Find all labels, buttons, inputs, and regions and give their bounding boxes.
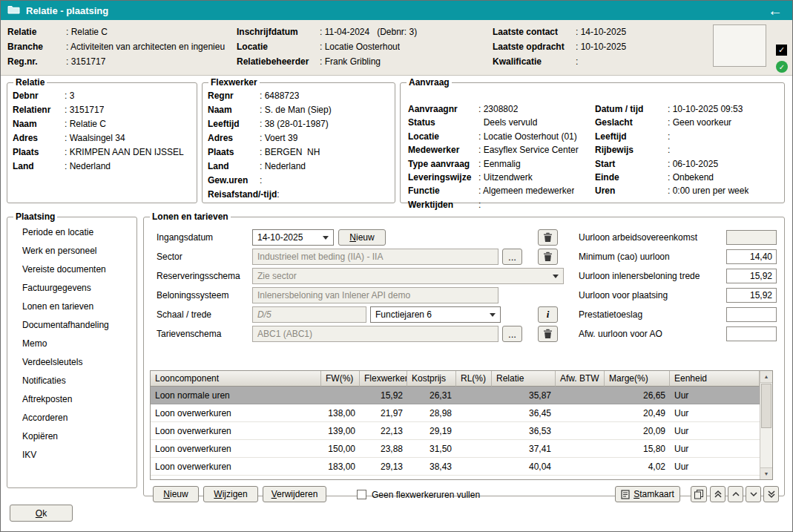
sidebar-item-verdeelsleutels[interactable]: Verdeelsleutels bbox=[13, 353, 131, 372]
back-arrow-icon[interactable]: ← bbox=[765, 3, 786, 18]
scroll-up-button[interactable] bbox=[728, 486, 743, 502]
field-row: Branche: Activiteiten van architecten en… bbox=[7, 39, 231, 54]
field-row: Datum / tijd: 10-10-2025 09:53 bbox=[595, 102, 748, 116]
trash-icon bbox=[543, 329, 553, 339]
field-row: Functie: Algemeen medewerker bbox=[408, 184, 579, 197]
table-cell: 23,88 bbox=[360, 440, 407, 457]
delete-tarievenschema-button[interactable] bbox=[538, 326, 558, 342]
trash-icon bbox=[543, 232, 553, 243]
tarievenschema-browse-button[interactable]: ... bbox=[502, 326, 522, 342]
table-row[interactable]: Loon overwerkuren 150,00 23,88 31,50 37,… bbox=[151, 440, 760, 458]
titlebar: Relatie - plaatsing ← bbox=[1, 1, 792, 20]
table-scrollbar[interactable]: ▲ ▼ bbox=[760, 371, 772, 479]
tarievenschema-value: ABC1 (ABC1) bbox=[257, 329, 312, 339]
sidebar-item-memo[interactable]: Memo bbox=[13, 335, 131, 353]
button-label: Ok bbox=[36, 508, 47, 519]
sidebar-item-aftrekposten[interactable]: Aftrekposten bbox=[13, 390, 131, 409]
panel-legend: Lonen en tarieven bbox=[150, 211, 231, 222]
header-col-inschrijving: Inschrijfdatum: 11-04-2024 (Debnr: 3) Lo… bbox=[237, 24, 481, 69]
info-button[interactable]: i bbox=[538, 306, 558, 323]
sidebar-item-notificaties[interactable]: Notificaties bbox=[13, 372, 131, 390]
sidebar-item-factuurgegevens[interactable]: Factuurgegevens bbox=[13, 279, 131, 298]
scrollbar-thumb[interactable] bbox=[761, 384, 771, 428]
flexwerker-legend: Flexwerker bbox=[208, 77, 260, 88]
tarievenschema-input[interactable]: ABC1 (ABC1) bbox=[252, 326, 498, 342]
field-value: : 6488723 bbox=[260, 89, 299, 103]
stamkaart-button[interactable]: Stamkaart bbox=[615, 486, 680, 502]
scroll-up-arrow-icon[interactable]: ▲ bbox=[760, 371, 772, 383]
delete-sector-button[interactable] bbox=[538, 249, 558, 265]
ok-button[interactable]: Ok bbox=[10, 505, 73, 522]
nieuw-button[interactable]: Nieuw bbox=[153, 486, 199, 502]
table-row[interactable]: Loon overwerkuren 183,00 29,13 38,43 40,… bbox=[151, 458, 760, 476]
column-header[interactable]: Eenheid bbox=[670, 371, 760, 387]
copy-button[interactable] bbox=[691, 486, 707, 502]
check-icon: ✓ bbox=[779, 63, 785, 71]
sidebar-item-werk-en-personeel[interactable]: Werk en personeel bbox=[13, 242, 131, 260]
ingangsdatum-label: Ingangsdatum bbox=[157, 232, 213, 243]
schaal-trede-label: Schaal / trede bbox=[157, 309, 211, 320]
sidebar-item-documentafhandeling[interactable]: Documentafhandeling bbox=[13, 316, 131, 335]
schaal-input[interactable]: D/5 bbox=[252, 306, 366, 323]
field-label: Naam bbox=[208, 103, 260, 117]
geen-flexwerkeruren-checkbox[interactable] bbox=[357, 490, 366, 499]
scroll-down-arrow-icon[interactable]: ▼ bbox=[760, 467, 772, 479]
column-header[interactable]: Kostprijs bbox=[407, 371, 456, 387]
sector-browse-button[interactable]: ... bbox=[502, 249, 522, 265]
field-row: Kwalificatie: bbox=[493, 54, 708, 69]
field-label: Locatie bbox=[237, 39, 320, 54]
uurloon-ao-input[interactable] bbox=[726, 230, 777, 245]
sidebar-item-ikv[interactable]: IKV bbox=[13, 446, 131, 464]
table-cell: 15,92 bbox=[360, 387, 407, 404]
column-header[interactable]: Looncomponent bbox=[151, 371, 321, 387]
table-cell: 36,53 bbox=[492, 422, 556, 439]
field-label: Plaats bbox=[13, 145, 65, 160]
tarievenschema-label: Tarievenschema bbox=[157, 329, 221, 339]
sidebar-item-accorderen[interactable]: Accorderen bbox=[13, 409, 131, 427]
table-header-row: Looncomponent FW(%) Flexwerker Kostprijs… bbox=[151, 371, 760, 387]
sidebar-item-periode-en-locatie[interactable]: Periode en locatie bbox=[13, 223, 131, 242]
uurloon-plaatsing-input[interactable] bbox=[726, 288, 777, 303]
field-label: Leveringswijze bbox=[408, 171, 478, 184]
scroll-down-button[interactable] bbox=[746, 486, 761, 502]
scroll-top-button[interactable] bbox=[710, 486, 725, 502]
beloningssysteem-input[interactable]: Inlenersbeloning van Inlener API demo bbox=[252, 287, 498, 303]
functiejaren-select[interactable]: Functiejaren 6 bbox=[370, 306, 501, 323]
ingangsdatum-select[interactable]: 14-10-2025 bbox=[252, 229, 334, 246]
header-checkbox-checked[interactable]: ✓ bbox=[776, 45, 787, 56]
prestatietoeslag-input[interactable] bbox=[726, 307, 777, 322]
table-row[interactable]: Loon overwerkuren 138,00 21,97 28,98 36,… bbox=[151, 404, 760, 422]
scroll-bottom-button[interactable] bbox=[763, 486, 779, 502]
sidebar-item-lonen-en-tarieven[interactable]: Lonen en tarieven bbox=[13, 298, 131, 316]
column-header[interactable]: FW(%) bbox=[321, 371, 360, 387]
field-value: : Frank Gribling bbox=[320, 54, 381, 69]
nieuw-datum-button[interactable]: Nieuw bbox=[338, 229, 386, 246]
table-row[interactable]: Loon normale uren 15,92 26,31 35,87 26,6… bbox=[151, 387, 760, 404]
chevron-down-icon bbox=[749, 490, 758, 499]
uurloon-inlenersbeloning-input[interactable] bbox=[726, 269, 777, 283]
info-icon: i bbox=[547, 309, 550, 321]
field-row: Einde: Onbekend bbox=[595, 171, 748, 184]
table-cell: 138,00 bbox=[321, 404, 360, 421]
delete-ingangsdatum-button[interactable] bbox=[538, 229, 558, 246]
field-value: : Locatie Oosterhout (01) bbox=[478, 130, 577, 143]
field-value: : Easyflex Service Center bbox=[478, 143, 579, 157]
sidebar-item-vereiste-documenten[interactable]: Vereiste documenten bbox=[13, 260, 131, 279]
column-header[interactable]: Marge(%) bbox=[605, 371, 670, 387]
afw-uurloon-input[interactable] bbox=[726, 326, 777, 341]
column-header[interactable]: Relatie bbox=[492, 371, 556, 387]
verwijderen-button[interactable]: Verwijderen bbox=[263, 486, 326, 502]
field-label: Rijbewijs bbox=[595, 143, 668, 157]
sector-input[interactable]: Industrieel met beding (IIA) - IIA bbox=[252, 249, 498, 265]
copy-icon bbox=[694, 489, 704, 499]
minimum-cao-input[interactable] bbox=[726, 249, 777, 264]
field-value: Deels vervuld bbox=[478, 116, 537, 129]
table-row[interactable]: Loon overwerkuren 139,00 22,13 29,19 36,… bbox=[151, 422, 760, 440]
reserveringsschema-select[interactable]: Zie sector bbox=[252, 268, 564, 284]
field-value: : 10-10-2025 09:53 bbox=[668, 102, 743, 116]
column-header[interactable]: RL(%) bbox=[456, 371, 492, 387]
sidebar-item-kopieren[interactable]: Kopiëren bbox=[13, 427, 131, 446]
column-header[interactable]: Flexwerker bbox=[360, 371, 407, 387]
wijzigen-button[interactable]: Wijzigen bbox=[203, 486, 258, 502]
column-header[interactable]: Afw. BTW bbox=[556, 371, 605, 387]
